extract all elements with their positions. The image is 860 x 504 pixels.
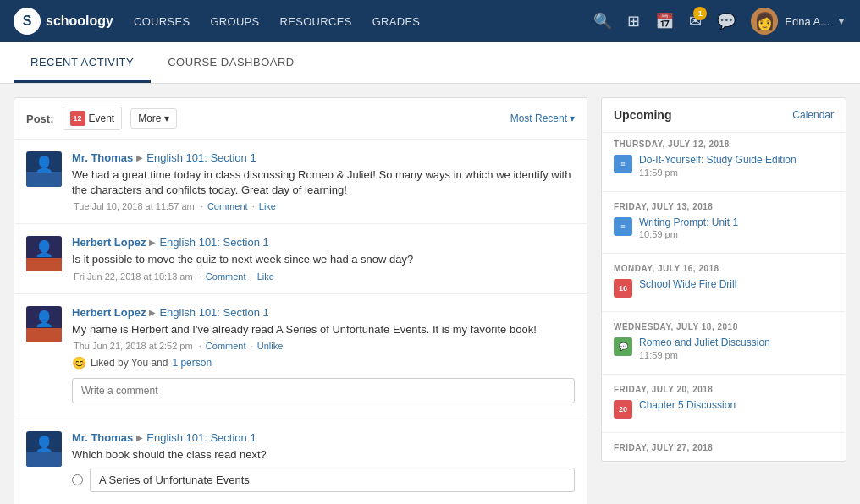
poster-name[interactable]: Herbert Lopez [72,306,146,319]
poster-name[interactable]: Mr. Thomas [72,151,133,164]
nav-courses[interactable]: COURSES [134,15,190,28]
assignment-icon: ≡ [614,155,632,173]
nav-right-area: 🔍 ⊞ 📅 ✉ 1 💬 👩 Edna A... ▼ [593,8,846,35]
activity-meta: Tue Jul 10, 2018 at 11:57 am · Comment ·… [72,201,575,211]
search-icon[interactable]: 🔍 [593,12,612,30]
activity-item: Mr. Thomas ▶ English 101: Section 1 We h… [14,140,587,224]
event-button-label: Event [89,112,115,124]
meta-date: Thu Jun 21, 2018 at 2:52 pm [74,341,193,351]
poll-option: A Series of Unfortunate Events [72,468,575,492]
unlike-link[interactable]: Unlike [257,341,284,351]
event-item: 💬 Romeo and Juliet Discussion 11:59 pm [614,337,834,360]
poster-name[interactable]: Mr. Thomas [72,431,133,444]
activity-text: My name is Herbert and I've already read… [72,322,575,337]
event-name[interactable]: School Wide Fire Drill [639,278,834,292]
poll-option-label: A Series of Unfortunate Events [90,468,575,492]
date-section: FRIDAY, JULY 20, 2018 20 Chapter 5 Discu… [602,378,846,429]
activity-header: Mr. Thomas ▶ English 101: Section 1 [72,151,575,164]
calendar-link[interactable]: Calendar [792,109,834,121]
course-link[interactable]: English 101: Section 1 [159,236,268,249]
activity-feed: Post: 12 Event More ▾ Most Recent ▾ Mr. … [14,97,587,504]
course-link[interactable]: English 101: Section 1 [146,431,256,444]
poster-name[interactable]: Herbert Lopez [72,236,146,249]
activity-header: Mr. Thomas ▶ English 101: Section 1 [72,431,575,444]
like-link[interactable]: Like [259,201,276,211]
meta-separator: · [201,201,206,211]
event-name[interactable]: Do-It-Yourself: Study Guide Edition [639,154,834,167]
most-recent-dropdown[interactable]: Most Recent ▾ [510,112,575,124]
event-calendar-icon: 12 [70,111,85,126]
avatar-wrap [26,236,62,281]
event-details: School Wide Fire Drill [639,278,834,292]
activity-item: Herbert Lopez ▶ English 101: Section 1 M… [14,294,587,419]
course-link[interactable]: English 101: Section 1 [146,151,256,164]
assignment-icon: ≡ [614,217,632,236]
date-section: WEDNESDAY, JULY 18, 2018 💬 Romeo and Jul… [602,315,846,370]
logo-icon: S [14,8,41,35]
comment-link[interactable]: Comment [207,201,248,211]
liked-row: 😊 Liked by You and 1 person [72,356,575,370]
arrow-right-icon: ▶ [149,308,156,317]
calendar-icon[interactable]: 📅 [655,12,674,30]
apps-icon[interactable]: ⊞ [627,12,640,30]
chevron-down-icon: ▼ [836,15,846,27]
activity-body: Mr. Thomas ▶ English 101: Section 1 We h… [72,151,575,211]
avatar [26,151,62,187]
event-name[interactable]: Chapter 5 Discussion [639,399,834,413]
like-link[interactable]: Like [257,271,274,282]
event-calendar-icon: 20 [614,400,632,419]
activity-meta: Fri Jun 22, 2018 at 10:13 am · Comment ·… [72,271,575,282]
tab-course-dashboard[interactable]: COURSE DASHBOARD [151,42,311,83]
comment-input[interactable] [72,378,575,403]
avatar [26,236,62,271]
most-recent-label: Most Recent [510,112,567,124]
poll-question: Which book should the class read next? [72,447,575,463]
post-label: Post: [26,112,54,125]
activity-text: Is it possible to move the quiz to next … [72,252,575,267]
nav-grades[interactable]: GRADES [372,15,421,28]
avatar-wrap [26,151,62,211]
arrow-right-icon: ▶ [136,153,143,162]
top-navigation: S schoology COURSES GROUPS RESOURCES GRA… [0,0,860,42]
tab-recent-activity[interactable]: RECENT ACTIVITY [14,42,151,83]
comment-link[interactable]: Comment [206,271,246,282]
event-name[interactable]: Romeo and Juliet Discussion [639,337,834,350]
event-button[interactable]: 12 Event [63,107,123,130]
notifications-icon[interactable]: 💬 [717,12,736,30]
main-layout: Post: 12 Event More ▾ Most Recent ▾ Mr. … [0,84,860,504]
right-panel: Upcoming Calendar THURSDAY, JULY 12, 201… [601,97,846,504]
liked-text: Liked by You and [91,357,168,369]
poll-radio[interactable] [72,474,83,485]
user-menu[interactable]: 👩 Edna A... ▼ [751,8,846,35]
meta-dot: · [252,201,257,211]
nav-resources[interactable]: RESOURCES [280,15,352,28]
meta-date: Tue Jul 10, 2018 at 11:57 am [74,201,195,211]
course-link[interactable]: English 101: Section 1 [159,306,268,319]
activity-body: Herbert Lopez ▶ English 101: Section 1 I… [72,236,575,281]
activity-header: Herbert Lopez ▶ English 101: Section 1 [72,236,575,249]
discussion-icon: 💬 [614,337,632,356]
avatar [26,306,62,342]
more-button[interactable]: More ▾ [130,108,176,129]
event-time: 11:59 pm [639,167,834,178]
nav-groups[interactable]: GROUPS [210,15,259,28]
messages-icon[interactable]: ✉ 1 [689,12,702,30]
date-section: FRIDAY, JULY 13, 2018 ≡ Writing Prompt: … [602,195,846,250]
comment-link[interactable]: Comment [206,341,246,351]
liked-person-link[interactable]: 1 person [172,357,212,369]
more-button-label: More [138,112,161,124]
avatar: 👩 [751,8,778,35]
event-item: ≡ Do-It-Yourself: Study Guide Edition 11… [614,154,834,178]
event-item: 16 School Wide Fire Drill [614,278,834,298]
date-label: FRIDAY, JULY 20, 2018 [614,385,834,394]
date-section: THURSDAY, JULY 12, 2018 ≡ Do-It-Yourself… [602,133,846,188]
event-time: 11:59 pm [639,350,834,360]
notification-badge: 1 [693,7,707,20]
tabs-bar: RECENT ACTIVITY COURSE DASHBOARD [0,42,860,84]
event-name[interactable]: Writing Prompt: Unit 1 [639,216,834,230]
date-label: FRIDAY, JULY 27, 2018 [614,443,834,452]
logo[interactable]: S schoology [14,8,113,35]
event-details: Writing Prompt: Unit 1 10:59 pm [639,216,834,240]
activity-text: We had a great time today in class discu… [72,167,575,198]
avatar-wrap [26,431,62,497]
